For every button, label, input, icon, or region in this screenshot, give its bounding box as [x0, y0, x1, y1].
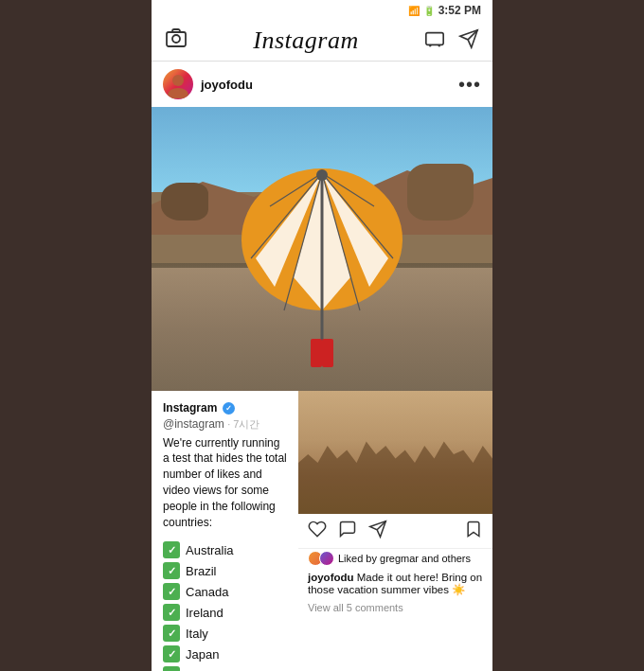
second-post-preview: Liked by gregmar and others joyofodu Mad… [298, 391, 492, 671]
view-comments[interactable]: View all 5 comments [298, 600, 492, 617]
list-item: Canada [163, 581, 287, 602]
check-icon [163, 541, 180, 558]
svg-point-1 [172, 35, 180, 43]
check-icon [163, 666, 180, 671]
svg-rect-19 [322, 339, 333, 367]
signal-icon: 📶 [408, 6, 420, 16]
status-time: 3:52 PM [438, 4, 481, 17]
list-item: Australia [163, 539, 287, 560]
country-label: Brazil [186, 564, 217, 578]
user-info: joyofodu [163, 69, 253, 99]
avatar [163, 69, 193, 99]
liked-by-text: Liked by gregmar and others [338, 553, 471, 564]
post-image [152, 107, 492, 391]
check-icon [163, 645, 180, 662]
likes-row: Liked by gregmar and others [298, 549, 492, 568]
post-header: joyofodu ••• [152, 62, 492, 107]
list-item: New Zealand [163, 664, 287, 671]
country-section: Instagram @instagram · 7시간 We're current… [152, 391, 298, 671]
check-icon [163, 583, 180, 600]
status-bar: 📶 🔋 3:52 PM [152, 0, 492, 21]
battery-icon: 🔋 [423, 6, 435, 16]
app-title: Instagram [253, 26, 358, 55]
instagram-header: Instagram [152, 21, 492, 62]
post-username: joyofodu [201, 78, 253, 92]
second-post-caption: joyofodu Made it out here! Bring on thos… [298, 568, 492, 600]
country-label: Canada [186, 585, 229, 599]
second-post-actions [298, 514, 492, 549]
comment-icon[interactable] [338, 520, 357, 542]
country-label: Italy [186, 627, 208, 641]
caption-handle: @instagram [163, 417, 227, 431]
caption-timestamp: · 7시간 [227, 418, 259, 430]
liked-avatar-2 [319, 551, 334, 566]
camera-icon[interactable] [165, 26, 188, 55]
list-item: Ireland [163, 602, 287, 623]
share-icon[interactable] [368, 520, 387, 542]
check-icon [163, 625, 180, 642]
phone-container: 📶 🔋 3:52 PM Instagram [152, 0, 492, 671]
caption-author: Instagram [163, 401, 217, 415]
combined-section: Instagram @instagram · 7시간 We're current… [152, 391, 492, 671]
post-options-button[interactable]: ••• [458, 74, 481, 96]
tv-icon[interactable] [424, 28, 445, 54]
country-label: Ireland [186, 606, 224, 620]
second-post-author: joyofodu [308, 572, 354, 583]
svg-rect-2 [426, 32, 443, 44]
svg-point-6 [168, 88, 188, 98]
country-label: Japan [186, 647, 219, 662]
check-icon [163, 604, 180, 621]
like-icon[interactable] [308, 520, 327, 542]
country-label: Australia [186, 543, 234, 557]
list-item: Italy [163, 623, 287, 644]
header-right-icons [424, 28, 479, 54]
send-icon[interactable] [458, 28, 479, 54]
check-icon [163, 562, 180, 579]
list-item: Brazil [163, 560, 287, 581]
caption-text: We're currently running a test that hide… [163, 435, 287, 531]
country-list: Australia Brazil Canada Ireland Italy [163, 539, 287, 671]
list-item: Japan [163, 644, 287, 664]
svg-rect-18 [311, 339, 322, 367]
svg-point-5 [172, 75, 184, 86]
bookmark-icon[interactable] [464, 520, 483, 542]
verified-badge [223, 402, 235, 415]
